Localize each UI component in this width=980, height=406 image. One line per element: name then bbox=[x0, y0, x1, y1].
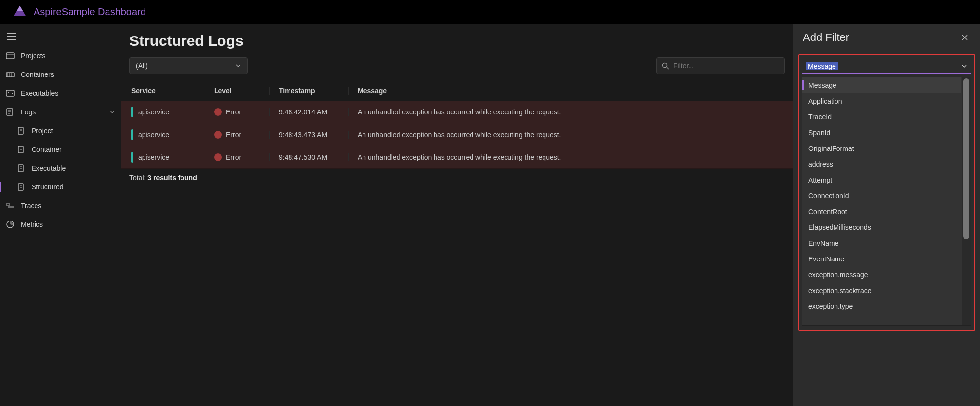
projects-icon bbox=[6, 51, 15, 60]
filter-field-combobox[interactable]: Message bbox=[802, 59, 971, 74]
service-color-bar bbox=[131, 152, 133, 163]
error-icon: ! bbox=[214, 108, 222, 116]
hamburger-button[interactable] bbox=[2, 27, 22, 46]
sidebar-label: Executables bbox=[21, 89, 58, 97]
svg-rect-9 bbox=[18, 184, 23, 190]
app-header: AspireSample Dashboard bbox=[0, 0, 980, 24]
panel-title: Add Filter bbox=[803, 31, 849, 44]
svg-rect-10 bbox=[6, 204, 10, 205]
combobox-dropdown: MessageApplicationTraceIdSpanIdOriginalF… bbox=[802, 77, 971, 326]
sidebar-label: Metrics bbox=[21, 221, 43, 228]
document-icon bbox=[17, 145, 26, 154]
table-row[interactable]: apiservice !Error 9:48:43.473 AM An unha… bbox=[121, 123, 793, 146]
service-color-bar bbox=[131, 107, 133, 117]
sidebar-item-traces[interactable]: Traces bbox=[0, 196, 121, 215]
logs-table: Service Level Timestamp Message apiservi… bbox=[121, 81, 793, 169]
sidebar-item-structured[interactable]: Structured bbox=[0, 178, 121, 196]
logs-icon bbox=[6, 108, 15, 116]
traces-icon bbox=[6, 201, 15, 210]
combobox-value: Message bbox=[806, 62, 838, 70]
sidebar-label: Traces bbox=[21, 202, 41, 210]
metrics-icon bbox=[6, 220, 15, 229]
svg-marker-1 bbox=[17, 6, 23, 11]
cell-level: Error bbox=[226, 108, 241, 116]
table-header: Service Level Timestamp Message bbox=[121, 81, 793, 101]
cell-service: apiservice bbox=[138, 108, 169, 116]
cell-timestamp: 9:48:43.473 AM bbox=[279, 131, 327, 139]
sidebar-item-containers[interactable]: Containers bbox=[0, 65, 121, 84]
document-icon bbox=[17, 126, 26, 135]
app-logo bbox=[13, 5, 27, 19]
cell-message: An unhandled exception has occurred whil… bbox=[358, 108, 561, 116]
dropdown-option[interactable]: EnvName bbox=[802, 235, 961, 251]
toolbar: (All) bbox=[121, 57, 793, 81]
dropdown-option[interactable]: ContentRoot bbox=[802, 204, 961, 220]
sidebar: Projects Containers Executables Logs bbox=[0, 24, 121, 406]
sidebar-label: Projects bbox=[21, 52, 46, 60]
close-button[interactable] bbox=[959, 32, 970, 43]
structured-icon bbox=[17, 183, 26, 191]
col-header-level[interactable]: Level bbox=[203, 87, 270, 95]
sidebar-item-project[interactable]: Project bbox=[0, 121, 121, 140]
dropdown-option[interactable]: SpanId bbox=[802, 125, 961, 141]
dropdown-option[interactable]: ElapsedMilliseconds bbox=[802, 220, 961, 235]
dropdown-option[interactable]: EventName bbox=[802, 251, 961, 267]
dropdown-option[interactable]: address bbox=[802, 156, 961, 172]
dropdown-option[interactable]: Attempt bbox=[802, 172, 961, 188]
cell-timestamp: 9:48:47.530 AM bbox=[279, 153, 327, 161]
sidebar-item-executable[interactable]: Executable bbox=[0, 159, 121, 178]
sidebar-label: Project bbox=[32, 127, 53, 135]
containers-icon bbox=[6, 70, 15, 79]
dropdown-option[interactable]: exception.type bbox=[802, 298, 961, 314]
table-row[interactable]: apiservice !Error 9:48:47.530 AM An unha… bbox=[121, 146, 793, 169]
sidebar-item-container[interactable]: Container bbox=[0, 140, 121, 159]
scrollbar[interactable] bbox=[962, 77, 971, 325]
svg-point-13 bbox=[663, 63, 667, 67]
app-title: AspireSample Dashboard bbox=[34, 6, 146, 18]
cell-message: An unhandled exception has occurred whil… bbox=[358, 131, 561, 139]
col-header-timestamp[interactable]: Timestamp bbox=[270, 87, 349, 95]
sidebar-label: Logs bbox=[21, 108, 36, 116]
chevron-down-icon bbox=[235, 63, 241, 69]
dropdown-option[interactable]: exception.message bbox=[802, 267, 961, 283]
svg-rect-11 bbox=[9, 206, 13, 208]
sidebar-item-logs[interactable]: Logs bbox=[0, 103, 121, 121]
sidebar-label: Containers bbox=[21, 71, 54, 78]
cell-level: Error bbox=[226, 131, 241, 139]
cell-service: apiservice bbox=[138, 153, 169, 161]
sidebar-label: Structured bbox=[32, 183, 64, 191]
service-filter-select[interactable]: (All) bbox=[129, 57, 248, 74]
cell-timestamp: 9:48:42.014 AM bbox=[279, 108, 327, 116]
dropdown-option[interactable]: Application bbox=[802, 93, 961, 109]
service-color-bar bbox=[131, 129, 133, 140]
dropdown-option[interactable]: TraceId bbox=[802, 109, 961, 125]
document-icon bbox=[17, 164, 26, 173]
col-header-service[interactable]: Service bbox=[129, 87, 203, 95]
dropdown-option[interactable]: OriginalFormat bbox=[802, 141, 961, 156]
scrollbar-thumb[interactable] bbox=[963, 78, 969, 239]
search-icon bbox=[662, 62, 669, 70]
search-input[interactable] bbox=[673, 62, 779, 70]
cell-message: An unhandled exception has occurred whil… bbox=[358, 153, 561, 161]
sidebar-item-executables[interactable]: Executables bbox=[0, 84, 121, 103]
page-title: Structured Logs bbox=[121, 33, 793, 57]
service-filter-value: (All) bbox=[136, 62, 148, 70]
main-content: Structured Logs (All) Service Level Time… bbox=[121, 24, 793, 406]
sidebar-label: Container bbox=[32, 146, 62, 153]
sidebar-item-metrics[interactable]: Metrics bbox=[0, 215, 121, 234]
col-header-message[interactable]: Message bbox=[349, 87, 793, 95]
cell-service: apiservice bbox=[138, 131, 169, 139]
error-icon: ! bbox=[214, 131, 222, 139]
sidebar-item-projects[interactable]: Projects bbox=[0, 46, 121, 65]
chevron-down-icon bbox=[961, 63, 967, 69]
error-icon: ! bbox=[214, 153, 222, 161]
filter-highlight-region: Message MessageApplicationTraceIdSpanIdO… bbox=[798, 54, 975, 331]
executables-icon bbox=[6, 89, 15, 98]
search-box[interactable] bbox=[656, 57, 785, 74]
add-filter-panel: Add Filter Message MessageApplicationTra… bbox=[793, 24, 980, 406]
cell-level: Error bbox=[226, 153, 241, 161]
dropdown-option[interactable]: Message bbox=[802, 77, 961, 93]
dropdown-option[interactable]: ConnectionId bbox=[802, 188, 961, 204]
table-row[interactable]: apiservice !Error 9:48:42.014 AM An unha… bbox=[121, 101, 793, 123]
dropdown-option[interactable]: exception.stacktrace bbox=[802, 283, 961, 298]
